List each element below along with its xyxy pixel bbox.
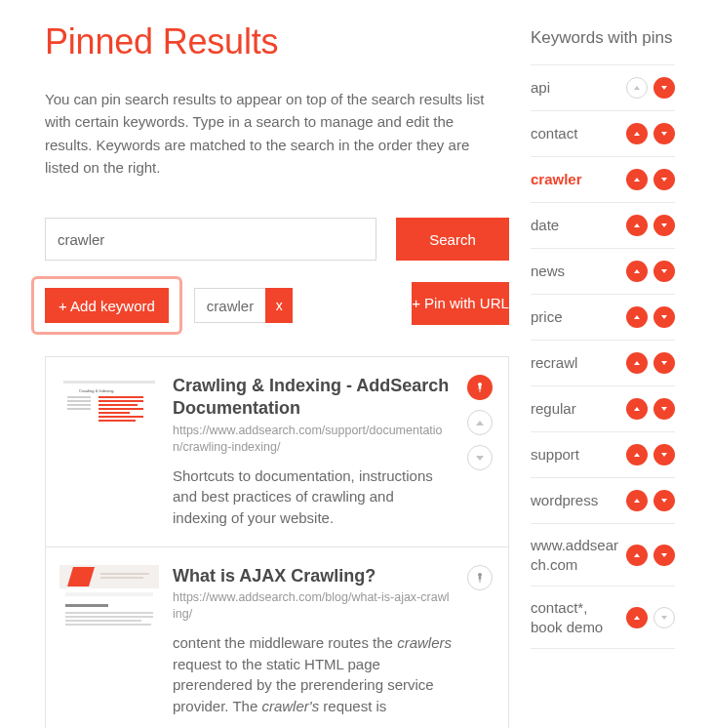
keyword-label[interactable]: date [531,216,620,235]
keyword-move-up[interactable] [626,123,648,144]
keyword-chip-remove[interactable]: x [265,288,293,323]
result-thumbnail: Crawling & Indexing [59,375,159,443]
keyword-move-down[interactable] [653,215,675,236]
main-column: Pinned Results You can pin search result… [45,0,509,728]
result-thumbnail [59,565,159,633]
svg-rect-22 [65,616,153,618]
keyword-row[interactable]: wordpress [531,478,675,524]
keyword-move-down[interactable] [653,306,675,328]
svg-text:Crawling & Indexing: Crawling & Indexing [79,388,114,393]
keyword-label[interactable]: wordpress [531,491,620,510]
move-up-button[interactable] [467,410,493,435]
keyword-label[interactable]: news [531,262,620,281]
keyword-row[interactable]: date [531,203,675,249]
svg-rect-3 [67,396,91,398]
move-down-button[interactable] [467,445,493,470]
result-controls [465,565,494,717]
svg-rect-19 [65,592,153,596]
keyword-label[interactable]: recrawl [531,353,620,373]
keyword-list: apicontactcrawlerdatenewspricerecrawlreg… [531,64,675,649]
keyword-move-up[interactable] [626,545,648,566]
keyword-move-down[interactable] [653,77,675,99]
keyword-move-up[interactable] [626,215,648,236]
result-body: Crawling & Indexing - AddSearch Document… [173,375,452,529]
keyword-row[interactable]: www.addsearch.com [531,524,675,586]
keyword-move-up[interactable] [626,306,648,328]
keyword-move-up[interactable] [626,444,648,465]
search-input[interactable] [45,218,376,261]
keyword-move-down[interactable] [653,123,675,144]
keyword-row[interactable]: regular [531,386,675,432]
keyword-move-down[interactable] [653,169,675,190]
result-controls [465,375,494,529]
keyword-move-up[interactable] [626,261,648,282]
keyword-move-up[interactable] [626,352,648,374]
toolbar: + Add keyword crawler x + Pin with URL [45,276,509,335]
svg-rect-13 [99,420,136,422]
keyword-move-down[interactable] [653,261,675,282]
keyword-label[interactable]: api [531,78,620,98]
add-keyword-highlight: + Add keyword [31,276,182,335]
keyword-label[interactable]: contact*, book demo [531,598,620,636]
keyword-row[interactable]: crawler [531,157,675,203]
page-title: Pinned Results [45,21,509,62]
result-title: Crawling & Indexing - AddSearch Document… [173,375,452,421]
keyword-buttons [626,444,675,465]
keyword-label[interactable]: crawler [531,170,620,189]
result-url: https://www.addsearch.com/blog/what-is-a… [173,589,452,623]
keyword-label[interactable]: www.addsearch.com [531,536,620,574]
result-description: content the middleware routes the crawle… [173,632,452,717]
svg-rect-5 [67,404,91,406]
svg-rect-12 [99,416,143,418]
svg-rect-23 [65,620,141,622]
result-body: What is AJAX Crawling? https://www.addse… [173,565,452,717]
keyword-row[interactable]: price [531,295,675,341]
keyword-move-up [626,77,648,99]
search-row: Search [45,218,509,261]
keyword-row[interactable]: api [531,64,675,111]
keyword-label[interactable]: contact [531,124,620,143]
keyword-buttons [626,352,675,374]
result-item: What is AJAX Crawling? https://www.addse… [46,547,508,728]
keyword-row[interactable]: recrawl [531,341,675,386]
keyword-move-up[interactable] [626,490,648,511]
keyword-label[interactable]: price [531,307,620,327]
keyword-row[interactable]: contact*, book demo [531,586,675,649]
keyword-buttons [626,490,675,511]
keyword-move-down[interactable] [653,352,675,374]
keyword-buttons [626,261,675,282]
svg-rect-18 [100,577,143,579]
keyword-move-up[interactable] [626,607,648,628]
pin-icon[interactable] [467,375,493,400]
keyword-buttons [626,398,675,420]
keyword-row[interactable]: support [531,432,675,478]
svg-rect-9 [99,404,138,406]
keyword-move-down[interactable] [653,398,675,420]
keyword-move-down [653,607,675,628]
keyword-row[interactable]: news [531,249,675,295]
keyword-move-down[interactable] [653,444,675,465]
add-keyword-button[interactable]: + Add keyword [45,288,169,323]
sidebar: Keywords with pins apicontactcrawlerdate… [531,0,675,728]
keyword-buttons [626,169,675,190]
result-url: https://www.addsearch.com/support/docume… [173,423,452,456]
svg-rect-21 [65,612,153,614]
pin-icon[interactable] [467,565,493,590]
page-container: Pinned Results You can pin search result… [0,0,712,728]
svg-rect-6 [67,408,91,410]
result-title: What is AJAX Crawling? [173,565,452,587]
keyword-label[interactable]: regular [531,399,620,419]
keyword-move-down[interactable] [653,490,675,511]
pin-with-url-button[interactable]: + Pin with URL [412,282,509,325]
svg-rect-17 [100,573,149,575]
svg-rect-8 [99,400,143,402]
keyword-buttons [626,77,675,99]
keyword-move-up[interactable] [626,398,648,420]
keyword-move-up[interactable] [626,169,648,190]
search-button[interactable]: Search [396,218,509,261]
keyword-label[interactable]: support [531,445,620,465]
sidebar-title: Keywords with pins [531,27,675,49]
results-list: Crawling & Indexing [45,356,509,728]
keyword-move-down[interactable] [653,545,675,566]
keyword-row[interactable]: contact [531,111,675,157]
